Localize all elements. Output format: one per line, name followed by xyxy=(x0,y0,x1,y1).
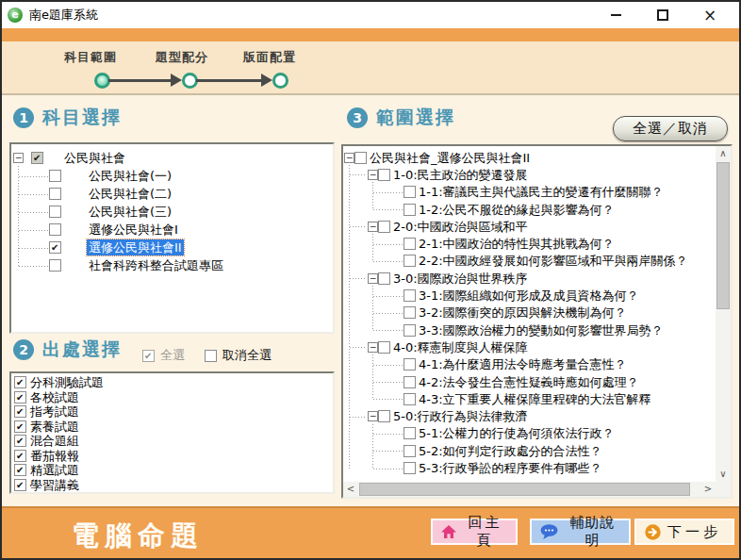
checkbox[interactable] xyxy=(14,420,26,433)
scrollbar-thumb[interactable] xyxy=(716,162,730,309)
scroll-right-icon[interactable]: > xyxy=(700,482,716,497)
checkbox[interactable] xyxy=(14,376,26,388)
checkbox[interactable] xyxy=(14,405,26,418)
tree-item[interactable]: 公民與社會 xyxy=(11,149,333,167)
collapse-icon[interactable] xyxy=(368,273,378,284)
list-item[interactable]: 素養試題 xyxy=(11,420,333,435)
tree-item-label[interactable]: 5-0:行政行為與法律救濟 xyxy=(391,408,530,424)
checkbox[interactable] xyxy=(403,255,416,267)
tree-item-label[interactable]: 2-1:中國政治的特性與其挑戰為何？ xyxy=(417,236,617,252)
deselect-all-checkbox[interactable]: 取消全選 xyxy=(205,347,272,364)
checkbox[interactable] xyxy=(403,289,416,302)
list-item[interactable]: 分科測驗試題 xyxy=(11,375,333,390)
checkbox[interactable] xyxy=(378,272,390,285)
tree-item[interactable]: 5-0:行政行為與法律救濟 xyxy=(343,407,716,424)
next-step-button[interactable]: 下一步 xyxy=(634,519,734,545)
minimize-button[interactable] xyxy=(592,2,639,28)
list-item[interactable]: 精選試題 xyxy=(11,463,333,478)
checkbox[interactable] xyxy=(49,241,61,254)
checkbox[interactable] xyxy=(14,391,26,404)
checkbox[interactable] xyxy=(378,169,390,181)
tree-item-label[interactable]: 選修公民與社會II xyxy=(87,239,184,255)
tree-item-label[interactable]: 4-2:法令發生合憲性疑義時應如何處理？ xyxy=(417,374,641,390)
maximize-button[interactable] xyxy=(639,2,686,28)
collapse-icon[interactable] xyxy=(368,342,378,353)
checkbox[interactable] xyxy=(403,186,416,198)
checkbox[interactable] xyxy=(31,152,43,164)
tree-item-label[interactable]: 1-2:公民不服從的緣起與影響為何？ xyxy=(417,202,617,218)
home-button[interactable]: 回主頁 xyxy=(431,519,518,545)
checkbox[interactable] xyxy=(403,376,416,388)
checkbox[interactable] xyxy=(403,462,416,474)
select-all-toggle-button[interactable]: 全選／取消 xyxy=(613,116,728,141)
tree-item-label[interactable]: 3-2:國際衝突的原因與解決機制為何？ xyxy=(417,305,629,321)
tree-item[interactable]: 公民與社會_選修公民與社會II xyxy=(343,149,716,166)
tree-item-label[interactable]: 5-3:行政爭訟的程序要件有哪些？ xyxy=(417,460,604,476)
tree-item-label[interactable]: 社會科跨科整合試題專區 xyxy=(87,257,225,273)
help-button[interactable]: 輔助說明 xyxy=(530,519,631,545)
tree-item-label[interactable]: 1-0:民主政治的變遷發展 xyxy=(391,167,530,183)
tree-item-label[interactable]: 公民與社會(二) xyxy=(87,186,173,202)
vertical-scrollbar[interactable]: ∧ ∨ xyxy=(716,146,731,482)
tree-item-label[interactable]: 公民與社會(三) xyxy=(87,204,173,220)
checkbox[interactable] xyxy=(49,206,61,218)
tree-item[interactable]: 選修公民與社會I xyxy=(11,221,333,239)
checkbox[interactable] xyxy=(403,393,416,405)
tree-item-label[interactable]: 5-2:如何判定行政處分的合法性？ xyxy=(417,443,604,459)
tree-item[interactable]: 社會科跨科整合試題專區 xyxy=(11,256,333,274)
checkbox[interactable] xyxy=(14,464,26,476)
tree-item[interactable]: 公民與社會(一) xyxy=(11,167,333,185)
tree-item-label[interactable]: 公民與社會_選修公民與社會II xyxy=(368,150,532,166)
tree-item[interactable]: 3-0:國際政治與世界秩序 xyxy=(343,270,716,287)
tree-item-label[interactable]: 3-0:國際政治與世界秩序 xyxy=(391,271,530,287)
collapse-icon[interactable] xyxy=(368,222,378,232)
checkbox[interactable] xyxy=(378,221,390,233)
checkbox[interactable] xyxy=(49,170,61,182)
checkbox[interactable] xyxy=(142,350,155,362)
checkbox[interactable] xyxy=(403,324,416,337)
tree-item-label[interactable]: 4-1:為什麼適用法令時應考量合憲性？ xyxy=(417,356,629,372)
tree-item-label[interactable]: 2-0:中國政治與區域和平 xyxy=(391,219,530,235)
scroll-up-icon[interactable]: ∧ xyxy=(716,146,731,161)
collapse-icon[interactable] xyxy=(13,153,24,163)
checkbox[interactable] xyxy=(378,341,390,354)
list-item[interactable]: 混合題組 xyxy=(11,434,333,449)
scroll-left-icon[interactable]: < xyxy=(343,482,358,497)
checkbox[interactable] xyxy=(403,445,416,457)
checkbox[interactable] xyxy=(14,479,26,491)
tree-item[interactable]: 公民與社會(三) xyxy=(11,203,333,221)
checkbox[interactable] xyxy=(14,450,26,462)
checkbox[interactable] xyxy=(403,238,416,250)
tree-item-label[interactable]: 公民與社會(一) xyxy=(87,168,173,184)
checkbox[interactable] xyxy=(49,188,61,200)
tree-item[interactable]: 1-0:民主政治的變遷發展 xyxy=(343,166,716,183)
tree-item-label[interactable]: 選修公民與社會I xyxy=(87,222,180,238)
tree-item-label[interactable]: 1-1:審議民主與代議民主的變遷有什麼關聯？ xyxy=(417,184,666,200)
tree-item[interactable]: 4-0:釋憲制度與人權保障 xyxy=(343,338,716,355)
tree-item-label[interactable]: 公民與社會 xyxy=(62,150,127,166)
checkbox[interactable] xyxy=(354,152,367,164)
checkbox[interactable] xyxy=(49,259,61,272)
close-button[interactable]: × xyxy=(686,2,733,28)
checkbox[interactable] xyxy=(14,435,26,447)
collapse-icon[interactable] xyxy=(344,153,354,163)
tree-item-label[interactable]: 3-1:國際組織如何形成及成員資格為何？ xyxy=(417,288,641,304)
checkbox[interactable] xyxy=(403,204,416,216)
collapse-icon[interactable] xyxy=(368,170,378,180)
scroll-down-icon[interactable]: ∨ xyxy=(716,467,731,482)
checkbox[interactable] xyxy=(403,358,416,371)
list-item[interactable]: 各校試題 xyxy=(11,390,333,405)
select-all-checkbox[interactable]: 全選 xyxy=(142,347,185,364)
checkbox[interactable] xyxy=(403,427,416,439)
collapse-icon[interactable] xyxy=(368,411,378,421)
tree-item-label[interactable]: 4-3:立下重要人權保障里程碑的大法官解釋 xyxy=(417,391,653,407)
horizontal-scrollbar[interactable]: < > xyxy=(343,482,716,497)
tree-item-label[interactable]: 3-3:國際政治權力的變動如何影響世界局勢？ xyxy=(417,322,666,338)
tree-item-label[interactable]: 5-1:公權力的行使為何須依法行政？ xyxy=(417,425,617,441)
list-item[interactable]: 番茄報報 xyxy=(11,449,333,464)
tree-item[interactable]: 2-0:中國政治與區域和平 xyxy=(343,218,716,235)
tree-item-label[interactable]: 4-0:釋憲制度與人權保障 xyxy=(391,339,530,355)
checkbox[interactable] xyxy=(403,306,416,319)
tree-item-label[interactable]: 2-2:中國政經發展如何影響區域和平與兩岸關係？ xyxy=(417,253,690,269)
checkbox[interactable] xyxy=(378,410,390,422)
